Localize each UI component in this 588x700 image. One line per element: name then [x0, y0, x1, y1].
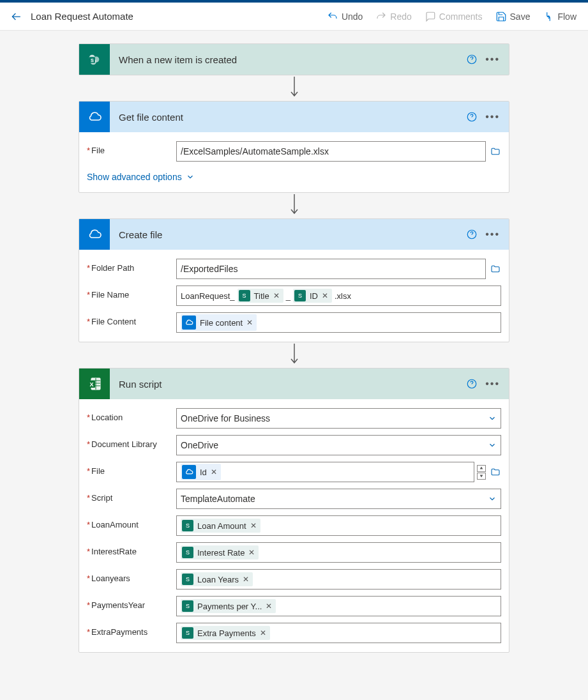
- svg-text:X: X: [89, 381, 93, 388]
- token-loan-amount[interactable]: SLoan Amount✕: [181, 519, 260, 533]
- token-loan-years[interactable]: SLoan Years✕: [181, 572, 253, 586]
- comments-button: Comments: [419, 8, 488, 25]
- chevron-down-icon: [488, 441, 497, 450]
- token-remove-icon[interactable]: ✕: [260, 628, 266, 637]
- script-label: *Script: [87, 489, 176, 503]
- folder-picker-icon[interactable]: [490, 146, 501, 156]
- token-remove-icon[interactable]: ✕: [266, 602, 272, 611]
- token-interest-rate[interactable]: SInterest Rate✕: [181, 545, 259, 559]
- help-icon[interactable]: [466, 378, 478, 390]
- flow-checker-button[interactable]: Flow: [538, 8, 582, 25]
- flow-canvas: S When a new item is created ••• Get fil…: [0, 31, 588, 672]
- file-label: *File: [87, 141, 176, 155]
- undo-icon: [327, 11, 338, 22]
- getfile-title: Get file content: [110, 112, 466, 123]
- redo-button: Redo: [370, 8, 416, 25]
- more-icon[interactable]: •••: [485, 54, 500, 65]
- chevron-down-icon: [488, 414, 497, 423]
- comment-icon: [425, 11, 436, 22]
- trigger-card[interactable]: S When a new item is created •••: [79, 43, 509, 75]
- token-file-content[interactable]: File content✕: [181, 314, 257, 331]
- interestrate-label: *InterestRate: [87, 542, 176, 556]
- folder-picker-icon[interactable]: [490, 467, 501, 477]
- more-icon[interactable]: •••: [485, 229, 500, 240]
- connector-arrow: [290, 193, 299, 218]
- token-id[interactable]: SID✕: [293, 289, 332, 303]
- chevron-down-icon: [488, 494, 497, 503]
- loanyears-label: *Loanyears: [87, 569, 176, 583]
- file-stepper[interactable]: [477, 465, 486, 480]
- token-remove-icon[interactable]: ✕: [248, 548, 255, 557]
- extrapayments-label: *ExtraPayments: [87, 623, 176, 637]
- help-icon[interactable]: [466, 54, 478, 65]
- library-label: *Document Library: [87, 435, 176, 449]
- runscript-header[interactable]: X Run script •••: [79, 369, 509, 399]
- more-icon[interactable]: •••: [485, 111, 500, 123]
- getfile-header[interactable]: Get file content •••: [79, 102, 509, 132]
- createfile-card: Create file ••• *Folder Path /ExportedFi…: [79, 218, 509, 342]
- loanyears-input[interactable]: SLoan Years✕: [176, 569, 501, 590]
- token-remove-icon[interactable]: ✕: [243, 575, 249, 584]
- script-select[interactable]: TemplateAutomate: [176, 489, 501, 509]
- token-title[interactable]: STitle✕: [237, 289, 283, 303]
- advanced-options-toggle[interactable]: Show advanced options: [87, 171, 501, 183]
- onedrive-icon: [79, 219, 110, 250]
- page-header: Loan Request Automate Undo Redo Comments…: [0, 3, 588, 31]
- file-content-label: *File Content: [87, 312, 176, 326]
- location-select[interactable]: OneDrive for Business: [176, 408, 501, 429]
- more-icon[interactable]: •••: [485, 378, 500, 390]
- help-icon[interactable]: [466, 111, 478, 123]
- file-input[interactable]: Id✕: [176, 462, 474, 482]
- token-remove-icon[interactable]: ✕: [273, 291, 280, 300]
- save-button[interactable]: Save: [490, 8, 536, 25]
- file-name-input[interactable]: LoanRequest_ STitle✕ _ SID✕ .xlsx: [176, 285, 501, 306]
- folder-path-input[interactable]: /ExportedFiles: [176, 259, 486, 279]
- back-button[interactable]: [6, 6, 27, 27]
- undo-button[interactable]: Undo: [322, 8, 368, 25]
- loanamount-input[interactable]: SLoan Amount✕: [176, 515, 501, 536]
- library-select[interactable]: OneDrive: [176, 435, 501, 455]
- save-icon: [495, 11, 507, 22]
- paymentsyear-input[interactable]: SPayments per Y...✕: [176, 596, 501, 616]
- token-remove-icon[interactable]: ✕: [211, 468, 217, 476]
- connector-arrow: [290, 342, 299, 368]
- help-icon[interactable]: [466, 229, 478, 240]
- getfile-card: Get file content ••• *File /ExcelSamples…: [79, 101, 509, 193]
- flow-icon: [543, 11, 554, 22]
- location-label: *Location: [87, 408, 176, 422]
- file-content-input[interactable]: File content✕: [176, 312, 501, 333]
- trigger-title: When a new item is created: [110, 54, 466, 65]
- extrapayments-input[interactable]: SExtra Payments✕: [176, 623, 501, 643]
- token-payments-year[interactable]: SPayments per Y...✕: [181, 599, 276, 613]
- excel-icon: X: [79, 369, 110, 399]
- file-label: *File: [87, 462, 176, 476]
- paymentsyear-label: *PaymentsYear: [87, 596, 176, 610]
- token-remove-icon[interactable]: ✕: [322, 291, 328, 300]
- runscript-card: X Run script ••• *Location OneDrive for …: [79, 368, 509, 653]
- token-file-id[interactable]: Id✕: [181, 464, 221, 480]
- svg-text:S: S: [91, 57, 94, 63]
- createfile-title: Create file: [110, 229, 466, 240]
- folder-path-label: *Folder Path: [87, 259, 176, 273]
- chevron-down-icon: [186, 172, 195, 181]
- token-extra-payments[interactable]: SExtra Payments✕: [181, 626, 270, 640]
- onedrive-icon: [79, 102, 110, 132]
- page-title: Loan Request Automate: [31, 11, 322, 22]
- connector-arrow: [290, 75, 299, 101]
- interestrate-input[interactable]: SInterest Rate✕: [176, 542, 501, 563]
- redo-icon: [375, 11, 387, 22]
- file-input[interactable]: /ExcelSamples/AutomateSample.xlsx: [176, 141, 486, 162]
- loanamount-label: *LoanAmount: [87, 515, 176, 529]
- createfile-header[interactable]: Create file •••: [79, 219, 509, 250]
- file-name-label: *File Name: [87, 285, 176, 300]
- sharepoint-icon: S: [79, 44, 110, 75]
- folder-picker-icon[interactable]: [490, 264, 501, 274]
- token-remove-icon[interactable]: ✕: [246, 318, 253, 327]
- runscript-title: Run script: [110, 379, 466, 390]
- token-remove-icon[interactable]: ✕: [250, 521, 257, 530]
